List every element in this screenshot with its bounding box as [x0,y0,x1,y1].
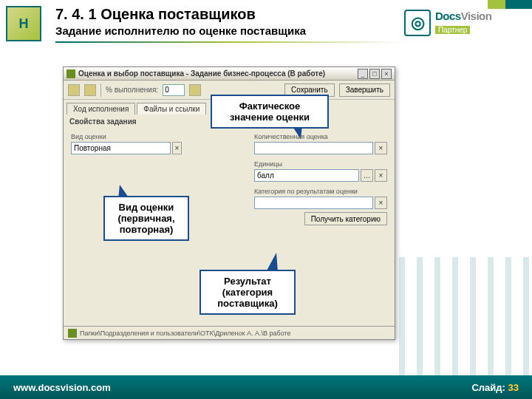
partner-badge: Партнер [435,26,470,34]
docsvision-name: DocsVision [435,10,491,22]
kind-clear-button[interactable]: × [172,142,182,154]
window-titlebar: Оценка и выбор поставщика - Задание бизн… [64,67,395,81]
window-title: Оценка и выбор поставщика - Задание бизн… [78,69,356,78]
company-logo-icon: Н [6,6,41,41]
kind-label: Вид оценки [71,133,182,140]
quant-input[interactable] [254,142,373,154]
units-label: Единицы [254,160,387,168]
minimize-button[interactable]: _ [358,69,368,79]
footer-url: www.docsvision.com [13,382,471,393]
units-more-button[interactable]: … [361,169,373,182]
complete-button[interactable]: Завершить [339,83,390,97]
partner-logo: ◎ DocsVision Партнер [404,6,519,39]
tab-files[interactable]: Файлы и ссылки [137,103,206,115]
slide-header: 7. 4. 1 Оценка поставщиков Задание испол… [55,6,406,43]
quant-label: Количественная оценка [254,133,387,140]
maximize-button[interactable]: □ [369,69,380,79]
callout-kind: Вид оценки (первичная, повторная) [103,196,189,241]
header-divider [55,41,406,43]
category-clear-button[interactable]: × [375,197,387,209]
statusbar: Папки\Подразделения и пользователи\ОТК\Д… [64,326,395,339]
toolbar-separator [100,83,101,97]
window-icon [66,69,75,78]
tab-progress[interactable]: Ход исполнения [66,103,135,115]
get-category-button[interactable]: Получить категорию [304,212,387,225]
slide-footer: www.docsvision.com Слайд: 33 [0,375,532,399]
units-input[interactable] [254,169,359,182]
status-icon [68,329,77,338]
slide-number: Слайд: 33 [471,382,519,393]
pct-spinner[interactable] [189,84,201,96]
docsvision-icon: ◎ [404,10,431,36]
kind-input[interactable] [71,142,171,154]
pct-input[interactable] [163,84,185,96]
right-column: Количественная оценка × Единицы … × Кате… [254,133,387,231]
category-input[interactable] [254,197,373,209]
category-label: Категория по результатам оценки [254,188,387,195]
save-icon[interactable] [68,84,80,96]
close-button[interactable]: × [381,69,392,79]
pct-label: % выполнения: [106,86,158,94]
slide-subtitle: Задание исполнителю по оценке поставщика [55,24,406,37]
status-text: Папки\Подразделения и пользователи\ОТК\Д… [80,330,291,337]
quant-clear-button[interactable]: × [375,142,387,154]
slide-title: 7. 4. 1 Оценка поставщиков [55,6,406,23]
tool-icon-2[interactable] [84,84,96,96]
background-decor [399,257,532,375]
units-clear-button[interactable]: × [375,169,387,182]
callout-result: Результат (категория поставщика) [200,270,296,315]
callout-actual-value: Фактическое значение оценки [211,95,329,129]
